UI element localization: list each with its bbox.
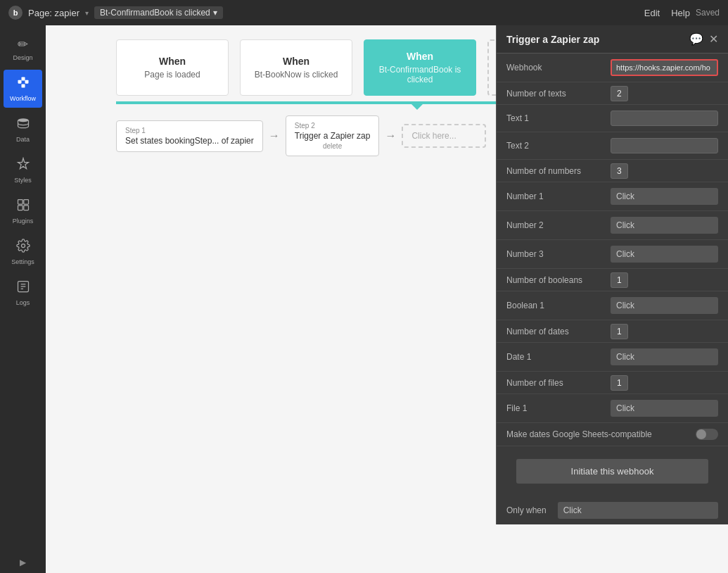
svg-rect-7 [18, 206, 23, 210]
close-icon[interactable]: ✕ [709, 32, 718, 46]
event-bt-booknow[interactable]: When Bt-BookNow is clicked [240, 39, 352, 96]
trigger-label[interactable]: Bt-ConfirmandBook is clicked ▾ [94, 6, 223, 19]
step2-text: Trigger a Zapier zap [295, 131, 371, 141]
num-booleans-value: 1 [611, 275, 718, 285]
file1-label: File 1 [506, 403, 605, 413]
num-texts-row: Number of texts 2 [497, 82, 728, 105]
google-sheets-toggle[interactable] [696, 429, 718, 440]
webhook-row: Webhook [497, 53, 728, 82]
date1-row: Date 1 Click [497, 343, 728, 372]
num-numbers-counter: 3 [611, 163, 628, 179]
plugins-icon [16, 198, 30, 215]
webhook-label: Webhook [506, 63, 605, 73]
initiate-btn[interactable]: Initiate this webhook [516, 459, 708, 484]
event-bt-confirm[interactable]: When Bt-ConfirmandBook is clicked [364, 39, 476, 96]
menu-edit[interactable]: Edit [644, 8, 660, 18]
step-arrow-1: → [263, 130, 286, 142]
saved-label: Saved [696, 8, 720, 18]
zapier-panel: Trigger a Zapier zap 💬 ✕ Webhook Number … [496, 25, 728, 524]
svg-point-4 [18, 118, 28, 122]
number1-value[interactable]: Click [611, 188, 718, 205]
event-page-loaded[interactable]: When Page is loaded [116, 39, 229, 96]
number3-value[interactable]: Click [611, 246, 718, 263]
file1-value[interactable]: Click [611, 400, 718, 417]
sidebar: ✏ Design Workflow Data Styles Plugins [0, 25, 46, 573]
workflow-icon [16, 75, 30, 93]
num-dates-counter: 1 [611, 324, 628, 339]
styles-icon [16, 157, 30, 175]
only-when-btn[interactable]: Click [558, 502, 718, 519]
date1-btn[interactable]: Click [611, 348, 718, 365]
text2-value[interactable] [611, 138, 718, 153]
step1-text: Set states bookingStep... of zapier [125, 136, 254, 146]
event-when-2: When [407, 51, 433, 62]
plugins-label: Plugins [13, 218, 34, 225]
logo: b [8, 6, 23, 20]
sidebar-item-plugins[interactable]: Plugins [4, 192, 42, 230]
sidebar-item-data[interactable]: Data [4, 111, 42, 149]
sidebar-item-design[interactable]: ✏ Design [4, 31, 42, 67]
settings-icon [16, 239, 30, 256]
num-booleans-label: Number of booleans [506, 275, 605, 285]
file1-btn[interactable]: Click [611, 400, 718, 417]
sidebar-item-logs[interactable]: Logs [4, 274, 42, 312]
menu-help[interactable]: Help [671, 8, 690, 18]
step2-delete[interactable]: delete [295, 142, 371, 150]
initiate-row: Initiate this webhook [497, 446, 728, 496]
num-texts-label: Number of texts [506, 89, 605, 99]
chat-icon[interactable]: 💬 [689, 32, 703, 46]
num-numbers-value: 3 [611, 165, 718, 176]
step-1: Step 1 Set states bookingStep... of zapi… [116, 120, 263, 152]
topbar-menu: Edit Help [644, 8, 690, 18]
webhook-input[interactable] [611, 59, 718, 76]
boolean1-label: Boolean 1 [506, 301, 605, 310]
svg-rect-2 [21, 77, 25, 81]
date1-value[interactable]: Click [611, 348, 718, 365]
boolean1-row: Boolean 1 Click [497, 291, 728, 320]
sidebar-item-workflow[interactable]: Workflow [4, 70, 42, 108]
sidebar-item-styles[interactable]: Styles [4, 151, 42, 189]
trigger-arrow: ▾ [213, 8, 217, 18]
num-dates-value: 1 [611, 326, 718, 336]
number3-btn[interactable]: Click [611, 246, 718, 263]
num-booleans-counter: 1 [611, 272, 628, 288]
event-when-0: When [159, 56, 186, 67]
design-icon: ✏ [18, 37, 28, 52]
text1-input[interactable] [611, 111, 718, 126]
text2-input[interactable] [611, 138, 718, 153]
text1-row: Text 1 [497, 105, 728, 132]
logs-icon [16, 279, 30, 297]
num-dates-label: Number of dates [506, 327, 605, 336]
text2-label: Text 2 [506, 141, 605, 151]
teal-bar-triangle [411, 104, 423, 110]
zapier-header-icons: 💬 ✕ [689, 32, 718, 46]
number1-row: Number 1 Click [497, 182, 728, 211]
event-sub-1: Bt-BookNow is clicked [255, 70, 338, 80]
num-files-row: Number of files 1 [497, 372, 728, 394]
zapier-title: Trigger a Zapier zap [506, 34, 599, 45]
topbar: b Page: zapier ▾ Bt-ConfirmandBook is cl… [0, 0, 728, 25]
number2-btn[interactable]: Click [611, 217, 718, 234]
google-sheets-label: Make dates Google Sheets-compatible [506, 429, 690, 439]
boolean1-value[interactable]: Click [611, 297, 718, 314]
boolean1-btn[interactable]: Click [611, 297, 718, 314]
webhook-value[interactable] [611, 59, 718, 76]
step-arrow-2: → [379, 130, 402, 142]
num-numbers-row: Number of numbers 3 [497, 160, 728, 182]
number2-value[interactable]: Click [611, 217, 718, 234]
step-2[interactable]: Step 2 Trigger a Zapier zap delete [286, 115, 380, 156]
only-when-row: Only when Click [497, 496, 728, 524]
event-sub-0: Page is loaded [144, 70, 200, 80]
styles-label: Styles [14, 177, 32, 184]
text1-value[interactable] [611, 111, 718, 126]
step-3[interactable]: Click here... [402, 124, 486, 148]
sidebar-collapse[interactable]: ▶ [20, 558, 26, 567]
number1-btn[interactable]: Click [611, 188, 718, 205]
workflow-label: Workflow [10, 95, 36, 102]
svg-rect-6 [23, 200, 28, 205]
svg-point-9 [21, 244, 25, 248]
sidebar-item-settings[interactable]: Settings [4, 233, 42, 271]
file1-row: File 1 Click [497, 394, 728, 423]
number2-label: Number 2 [506, 220, 605, 230]
only-when-label: Only when [506, 505, 547, 515]
